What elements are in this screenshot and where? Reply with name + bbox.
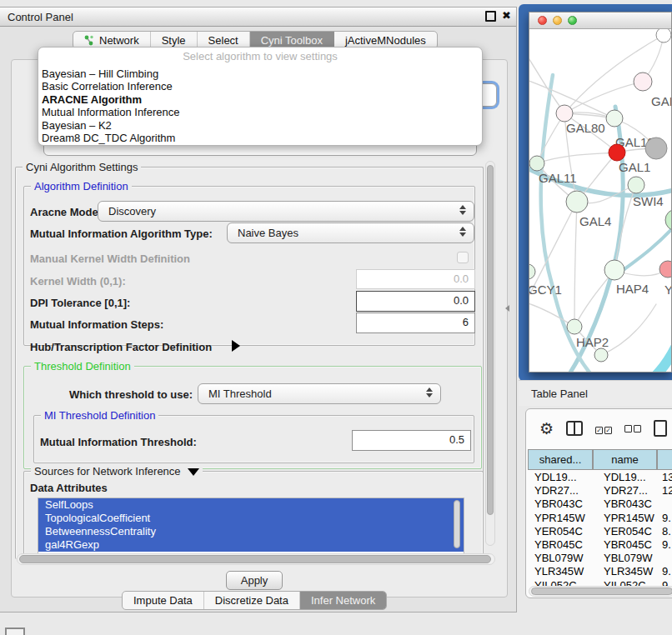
tab-label: Network xyxy=(99,34,139,47)
table-row[interactable]: YBL079WYBL079W xyxy=(528,551,672,564)
node-unlabeled-top[interactable] xyxy=(656,29,671,42)
attribute-item-gal4rgexp[interactable]: gal4RGexp xyxy=(38,538,464,552)
tab-discretize-data[interactable]: Discretize Data xyxy=(204,592,300,609)
zoom-traffic-light-icon[interactable] xyxy=(568,16,577,25)
algorithm-option-basic-correlation-inference[interactable]: Basic Correlation Inference xyxy=(38,80,482,92)
table-cell: YBL079W xyxy=(534,552,584,564)
table-cell: YER054C xyxy=(604,525,652,538)
network-graph-canvas[interactable]: GALGAL80GAL10GAL1GAL11GAL4SWI4GCY1HAP4YH… xyxy=(529,29,671,372)
node-gray[interactable] xyxy=(645,138,667,159)
node-gal-clipped[interactable] xyxy=(634,72,652,91)
tab-impute-data[interactable]: Impute Data xyxy=(123,592,204,609)
algorithm-dropdown-popup: Select algorithm to view settings Bayesi… xyxy=(38,47,483,146)
tab-network[interactable]: Network xyxy=(73,32,151,48)
attributes-scrollbar[interactable] xyxy=(453,498,461,552)
table-cell: YLR345W xyxy=(604,565,653,578)
minimize-traffic-light-icon[interactable] xyxy=(553,16,562,25)
mi-steps-field[interactable]: 6 xyxy=(356,312,475,333)
table-row[interactable]: YER054CYER054C8. xyxy=(528,524,672,538)
tab-select[interactable]: Select xyxy=(198,32,250,48)
table-row[interactable]: YPR145WYPR145W9. xyxy=(528,511,672,524)
algorithm-option-mutual-information-inference[interactable]: Mutual Information Inference xyxy=(38,106,482,118)
network-edge[interactable] xyxy=(574,202,577,327)
attribute-item-topologicalcoefficient[interactable]: TopologicalCoefficient xyxy=(38,512,464,525)
tab-cyni-toolbox[interactable]: Cyni Toolbox xyxy=(250,32,334,48)
attribute-item-betweennesscentrality[interactable]: BetweennessCentrality xyxy=(38,525,464,538)
columns-icon[interactable] xyxy=(566,421,583,436)
table-row[interactable]: YBR043CYBR043C xyxy=(528,497,672,510)
node-gal11[interactable] xyxy=(529,156,544,171)
settings-vertical-scrollbar-thumb[interactable] xyxy=(487,165,494,515)
node-gal80-label: GAL80 xyxy=(566,121,605,135)
settings-horizontal-scrollbar[interactable] xyxy=(17,553,495,565)
panel-splitter-grip[interactable] xyxy=(505,305,509,312)
function-builder-icon[interactable] xyxy=(654,420,667,437)
sources-title: Sources for Network Inference xyxy=(31,465,203,478)
algorithm-option-bayesian-k2[interactable]: Bayesian – K2 xyxy=(38,119,482,132)
algorithm-option-bayesian-hill-climbing[interactable]: Bayesian – Hill Climbing xyxy=(38,68,482,80)
table-cell: YBR043C xyxy=(534,498,583,510)
table-horizontal-scrollbar-thumb[interactable] xyxy=(531,588,672,595)
dpi-tolerance-field[interactable]: 0.0 xyxy=(356,291,475,312)
algorithm-definition-title: Algorithm Definition xyxy=(31,180,132,192)
column-header-name[interactable]: name xyxy=(593,449,657,470)
deselect-all-icon[interactable] xyxy=(624,422,641,435)
node-hap2[interactable] xyxy=(567,319,582,334)
settings-vertical-scrollbar[interactable] xyxy=(485,161,495,546)
node-gal4[interactable] xyxy=(566,191,588,212)
node-gal10[interactable] xyxy=(606,110,623,127)
node-hap4[interactable] xyxy=(604,260,624,280)
attributes-scrollbar-thumb[interactable] xyxy=(454,500,460,548)
tab-style[interactable]: Style xyxy=(151,32,198,48)
manual-kernel-label: Manual Kernel Width Definition xyxy=(30,252,190,265)
node-swi4[interactable] xyxy=(628,177,644,193)
network-edge[interactable] xyxy=(537,152,617,163)
hub-section-label[interactable]: Hub/Transcription Factor Definition xyxy=(30,341,212,353)
table-horizontal-scrollbar[interactable] xyxy=(529,586,672,597)
table-row[interactable]: YLR345WYLR345W9. xyxy=(528,564,672,578)
column-header-extra[interactable] xyxy=(657,449,672,470)
algorithm-option-dream8-dc-tdc-algorithm[interactable]: Dream8 DC_TDC Algorithm xyxy=(38,132,482,144)
column-header-shared[interactable]: shared... xyxy=(528,449,593,470)
network-edge[interactable] xyxy=(601,304,656,355)
expand-arrow-icon[interactable] xyxy=(232,340,240,352)
attribute-item-selfloops[interactable]: SelfLoops xyxy=(38,498,464,512)
minimized-panel-icon[interactable] xyxy=(5,628,25,635)
float-window-icon[interactable] xyxy=(485,11,496,22)
which-threshold-combobox[interactable]: MI Threshold xyxy=(198,383,441,404)
mi-threshold-title: MI Threshold Definition xyxy=(41,409,158,422)
aracne-mode-combobox[interactable]: Discovery xyxy=(98,201,474,222)
table-row[interactable]: YDR27...YDR27...12 xyxy=(528,483,672,497)
network-edge[interactable] xyxy=(626,331,671,372)
tab-jactivemnodules[interactable]: jActiveMNodules xyxy=(334,32,437,48)
algorithm-option-aracne-algorithm[interactable]: ARACNE Algorithm xyxy=(38,93,482,106)
gear-icon[interactable]: ⚙ xyxy=(539,421,554,437)
select-all-icon[interactable]: ✓✓ xyxy=(595,422,612,435)
tab-infer-network[interactable]: Infer Network xyxy=(300,592,386,609)
node-green-right[interactable] xyxy=(665,209,671,231)
mi-steps-label: Mutual Information Steps: xyxy=(30,318,163,331)
close-traffic-light-icon[interactable] xyxy=(538,16,547,25)
tab-label: Impute Data xyxy=(133,594,193,607)
mi-threshold-field[interactable]: 0.5 xyxy=(352,430,471,451)
node-gcy1[interactable] xyxy=(529,264,535,279)
collapse-arrow-icon[interactable] xyxy=(188,468,199,476)
node-gal1[interactable] xyxy=(609,144,625,161)
node-unlabeled-bottom[interactable] xyxy=(594,348,608,362)
table-row[interactable]: YDL19...YDL19...13 xyxy=(528,470,672,483)
kernel-width-field[interactable]: 0.0 xyxy=(356,269,475,289)
close-icon[interactable]: ✖ xyxy=(502,10,511,22)
tab-label: jActiveMNodules xyxy=(345,34,426,47)
mi-type-combobox[interactable]: Naive Bayes xyxy=(227,222,474,243)
node-gal80[interactable] xyxy=(556,105,573,122)
settings-horizontal-scrollbar-thumb[interactable] xyxy=(19,555,491,563)
control-panel-titlebar: Control Panel ✖ xyxy=(0,8,516,27)
manual-kernel-checkbox[interactable] xyxy=(457,252,469,263)
table-row[interactable]: YBR045CYBR045C9. xyxy=(528,538,672,551)
network-view-window: GALGAL80GAL10GAL1GAL11GAL4SWI4GCY1HAP4YH… xyxy=(529,12,672,372)
network-edge[interactable] xyxy=(564,82,643,113)
table-cell: 8. xyxy=(662,525,671,538)
table-cell: YDL19... xyxy=(604,471,646,483)
node-salmon-clipped[interactable] xyxy=(659,261,671,278)
apply-button[interactable]: Apply xyxy=(226,571,283,590)
